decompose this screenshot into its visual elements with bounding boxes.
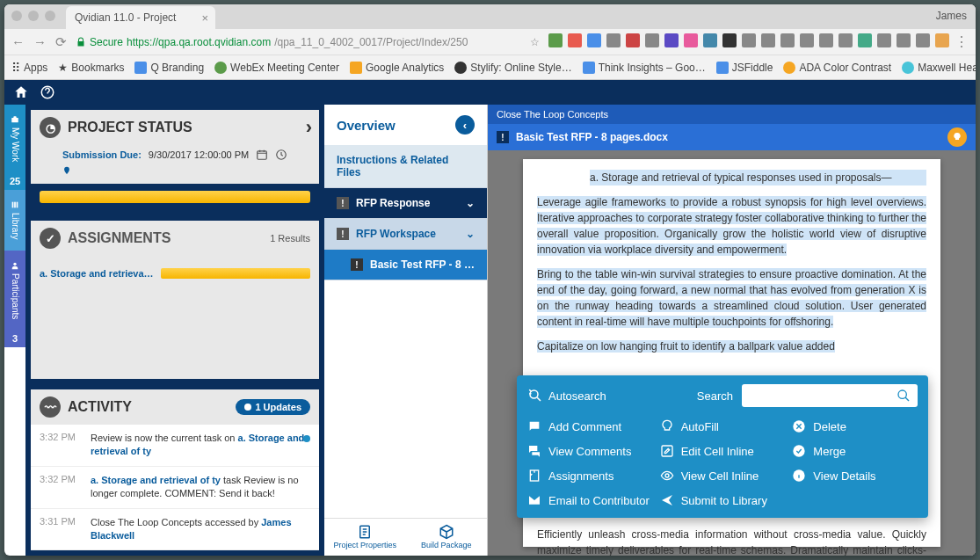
assignments-header[interactable]: ✓ ASSIGNMENTS 1 Results: [31, 221, 319, 256]
view-comments-item[interactable]: View Comments: [527, 444, 653, 458]
autofill-item[interactable]: AutoFill: [660, 419, 786, 433]
assignment-item[interactable]: a. Storage and retrieval of typi…: [40, 263, 310, 284]
lightbulb-icon: [952, 132, 962, 142]
activity-row[interactable]: 3:32 PM Review is now the current task o…: [31, 425, 319, 467]
close-window[interactable]: [11, 11, 22, 21]
properties-icon: [357, 524, 373, 540]
ext-icon[interactable]: [684, 33, 698, 47]
ext-icon[interactable]: [568, 33, 582, 47]
ext-icon[interactable]: [897, 33, 911, 47]
project-status-header[interactable]: ◔ PROJECT STATUS ›: [31, 110, 319, 145]
alert-icon: !: [351, 258, 363, 271]
doc-breadcrumb: Close The Loop Concepts: [488, 105, 976, 124]
url-host: https://qpa.qa.root.qvidian.com: [127, 36, 271, 48]
add-comment-item[interactable]: Add Comment: [527, 419, 653, 433]
chevron-right-icon[interactable]: ›: [306, 116, 312, 139]
briefcase-icon: [11, 115, 19, 124]
ext-icon[interactable]: [742, 33, 756, 47]
doc-filename-bar: ! Basic Test RFP - 8 pages.docx: [488, 124, 976, 150]
home-icon[interactable]: [13, 84, 29, 100]
browser-user: James: [936, 10, 967, 22]
status-icon: ◔: [40, 117, 61, 138]
tab-close-icon[interactable]: ×: [201, 11, 208, 25]
menu-icon[interactable]: ⋮: [955, 33, 969, 50]
nav-buttons: ← → ⟳: [11, 34, 67, 50]
search-input[interactable]: [742, 384, 918, 407]
rfp-response-item[interactable]: ! RFP Response ⌄: [324, 188, 487, 219]
submission-due-date: 9/30/2017 12:00:00 PM: [149, 149, 249, 160]
ext-icon[interactable]: [858, 33, 872, 47]
url-path: /qpa_11_0_4002_0017/Project/Index/250: [274, 36, 468, 48]
star-icon[interactable]: ☆: [530, 36, 540, 48]
bookmark-item[interactable]: Stylify: Online Style…: [454, 62, 571, 74]
autosearch-button[interactable]: Autosearch: [527, 388, 606, 404]
help-icon[interactable]: [40, 84, 55, 100]
updates-badge[interactable]: 1 Updates: [236, 399, 310, 415]
delete-item[interactable]: Delete: [792, 419, 918, 433]
edit-cell-item[interactable]: Edit Cell Inline: [660, 444, 786, 458]
vtab-library[interactable]: Library: [4, 190, 25, 251]
ext-icon[interactable]: [645, 33, 659, 47]
bookmark-item[interactable]: ADA Color Contrast: [783, 62, 891, 74]
assignments-menu-item[interactable]: Assignments: [527, 469, 653, 483]
ext-icon[interactable]: [626, 33, 640, 47]
ext-icon[interactable]: [916, 33, 930, 47]
submit-library-item[interactable]: Submit to Library: [660, 493, 786, 507]
activity-row[interactable]: 3:32 PM a. Storage and retrieval of ty t…: [31, 467, 319, 509]
reload-icon[interactable]: ⟳: [55, 34, 67, 50]
ext-icon[interactable]: [606, 33, 621, 47]
selected-file-item[interactable]: ! Basic Test RFP - 8 …: [324, 250, 487, 280]
ext-icon[interactable]: [587, 33, 601, 47]
vtab-my-work[interactable]: My Work: [4, 105, 25, 172]
bookmark-item[interactable]: Q Branding: [134, 62, 204, 74]
bookmark-item[interactable]: JSFiddle: [716, 62, 773, 74]
minimize-window[interactable]: [28, 11, 39, 21]
search-label: Search: [697, 389, 733, 403]
assignments-icon: ✓: [40, 228, 61, 249]
doc-heading: a. Storage and retrieval of typical resp…: [590, 170, 926, 185]
svg-point-11: [898, 390, 906, 398]
vtab-participants-count: 3: [4, 330, 25, 347]
ext-icon[interactable]: [780, 33, 795, 47]
ext-icon[interactable]: [548, 33, 563, 47]
bookmark-item[interactable]: ★Bookmarks: [58, 62, 124, 74]
ext-icon[interactable]: [703, 33, 717, 47]
instructions-item[interactable]: Instructions & Related Files: [324, 145, 487, 188]
vtab-participants[interactable]: Participants: [4, 251, 25, 330]
build-package-button[interactable]: Build Package: [406, 524, 488, 550]
bookmark-item[interactable]: Maxwell Health: [902, 62, 976, 74]
ext-icon[interactable]: [838, 33, 853, 47]
bookmark-item[interactable]: Think Insights – Goo…: [583, 62, 706, 74]
ext-icon[interactable]: [877, 33, 891, 47]
collapse-button[interactable]: ‹: [455, 115, 475, 135]
ext-icon[interactable]: [819, 33, 833, 47]
rfp-workspace-item[interactable]: ! RFP Workspace ⌄: [324, 219, 487, 250]
ext-icon[interactable]: [664, 33, 679, 47]
activity-header[interactable]: 〰 ACTIVITY 1 Updates: [31, 389, 319, 425]
forward-icon[interactable]: →: [33, 34, 47, 50]
merge-item[interactable]: Merge: [792, 444, 918, 458]
activity-row[interactable]: 3:31 PM Close The Loop Concepts accessed…: [31, 509, 319, 551]
view-details-item[interactable]: View Details: [792, 469, 918, 483]
email-contributor-item[interactable]: Email to Contributor: [527, 493, 653, 507]
ext-icon[interactable]: [935, 33, 949, 47]
clock-icon[interactable]: [275, 149, 287, 161]
ext-icon[interactable]: [722, 33, 737, 47]
window-controls: [11, 11, 55, 21]
context-menu: Autosearch Search Add Comment AutoFill: [517, 375, 928, 518]
bookmark-apps[interactable]: ⠿Apps: [11, 61, 47, 75]
maximize-window[interactable]: [45, 11, 55, 21]
ext-icon[interactable]: [800, 33, 814, 47]
bookmark-item[interactable]: Google Analytics: [350, 62, 444, 74]
submission-due-label: Submission Due:: [62, 149, 142, 160]
back-icon[interactable]: ←: [11, 34, 25, 50]
view-cell-item[interactable]: View Cell Inline: [660, 469, 786, 483]
lightbulb-button[interactable]: [947, 127, 967, 147]
search-icon: [897, 389, 911, 403]
project-properties-button[interactable]: Project Properties: [324, 524, 406, 550]
url-field[interactable]: Secure https://qpa.qa.root.qvidian.com/q…: [76, 36, 540, 48]
ext-icon[interactable]: [761, 33, 775, 47]
calendar-icon[interactable]: [256, 149, 268, 161]
bookmark-item[interactable]: WebEx Meeting Center: [214, 62, 339, 74]
browser-tab[interactable]: Qvidian 11.0 - Project ×: [66, 6, 215, 29]
